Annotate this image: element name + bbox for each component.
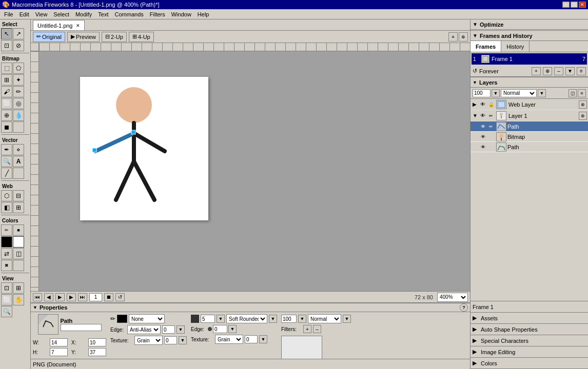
scale-tool[interactable]: ⊡: [1, 40, 12, 51]
blend-select[interactable]: Normal Multiply Screen: [308, 314, 341, 323]
fill-texture-select[interactable]: Grain None: [215, 335, 243, 344]
vector-extra[interactable]: [13, 168, 24, 179]
layer1-extra[interactable]: ⊕: [579, 112, 587, 120]
fill-texture-toggle[interactable]: ▼: [259, 335, 267, 343]
maximize-button[interactable]: □: [571, 2, 578, 8]
properties-collapse-arrow[interactable]: ▼: [33, 305, 37, 310]
slice-tool[interactable]: ⊟: [13, 190, 24, 201]
bitmap-obj-item[interactable]: 👁 Bitmap: [471, 132, 588, 142]
frame-number-input[interactable]: [89, 293, 102, 301]
w-input[interactable]: 14: [50, 338, 68, 346]
4up-view-btn[interactable]: ⊞ 4-Up: [129, 32, 154, 42]
stroke-style-select[interactable]: Soft Rounded Hard Line: [226, 314, 267, 323]
view-opt-2[interactable]: ⊕: [459, 32, 468, 42]
image-editing-section[interactable]: ▶ Image Editing: [471, 346, 588, 358]
menu-view[interactable]: View: [32, 10, 51, 18]
h-input[interactable]: 7: [50, 348, 68, 356]
background-swatch[interactable]: [13, 236, 24, 248]
add-mask-btn[interactable]: ◫: [569, 89, 577, 97]
foreground-swatch[interactable]: [1, 236, 12, 248]
texture-toggle[interactable]: ▼: [179, 336, 187, 344]
edge-toggle[interactable]: ▼: [177, 325, 185, 334]
stop-btn[interactable]: ⏹: [104, 293, 113, 301]
properties-help-btn[interactable]: ?: [460, 303, 468, 312]
rubber-stamp-tool[interactable]: ⊕: [1, 110, 12, 121]
blur-tool[interactable]: ◎: [13, 98, 24, 109]
default-colors-tool[interactable]: ◫: [13, 248, 24, 259]
skew-tool[interactable]: ⊘: [13, 40, 24, 51]
web-extra[interactable]: ⊞: [13, 202, 24, 213]
path-visibility-icon[interactable]: 👁: [479, 122, 487, 131]
full-screen-no-menu-tool[interactable]: ⬜: [1, 294, 12, 305]
doc-tab-close[interactable]: ✕: [76, 23, 80, 28]
color-extra[interactable]: [13, 260, 24, 271]
layers-header[interactable]: ▼ Layers: [471, 77, 588, 88]
original-view-btn[interactable]: ✏ Original: [33, 32, 65, 42]
zoom-view-tool[interactable]: 🔍: [1, 306, 12, 317]
menu-edit[interactable]: Edit: [16, 10, 32, 18]
object-name-input[interactable]: [61, 324, 102, 331]
add-filter-btn[interactable]: +: [303, 325, 311, 333]
web-layer-lock-icon[interactable]: 🔒: [487, 100, 495, 109]
layer1-visibility-icon[interactable]: 👁: [479, 112, 487, 120]
pointer-tool[interactable]: ↖: [1, 28, 12, 39]
hotspot-tool[interactable]: ⬡: [1, 190, 12, 201]
subselect-tool[interactable]: ↗: [13, 28, 24, 39]
y-input[interactable]: 37: [88, 348, 106, 356]
frames-tab[interactable]: Frames: [471, 41, 501, 52]
edge-value-input[interactable]: [162, 325, 175, 334]
pen-tool[interactable]: ✒: [1, 144, 12, 155]
bitmap-visibility-icon[interactable]: 👁: [479, 133, 487, 141]
texture-amount-input[interactable]: [164, 336, 177, 344]
frame-item[interactable]: 1 Frame 1 7: [472, 53, 587, 65]
view-opt-1[interactable]: ≡: [448, 32, 458, 42]
layer-options-btn[interactable]: ≡: [578, 89, 586, 97]
canvas-scroll-area[interactable]: [39, 51, 470, 291]
magic-wand-tool[interactable]: ✦: [13, 74, 24, 86]
prev-frame-btn[interactable]: ◀: [44, 293, 53, 301]
opacity-toggle[interactable]: ▼: [298, 315, 306, 323]
fill-color-tool[interactable]: ■: [13, 224, 24, 236]
frame-options-btn[interactable]: ≡: [577, 67, 586, 75]
play-btn[interactable]: ▶: [55, 293, 65, 301]
path-obj-item[interactable]: 👁 ✏ Path: [471, 121, 588, 132]
stroke-type-select[interactable]: None Basic: [129, 314, 165, 323]
paint-bucket-tool[interactable]: ◼: [1, 121, 12, 133]
marquee-tool[interactable]: ⬚: [1, 63, 12, 74]
fill-texture-amount[interactable]: [245, 335, 258, 343]
vector-shape-tool[interactable]: ⋄: [13, 144, 24, 155]
web-layer-visibility-icon[interactable]: 👁: [479, 100, 487, 109]
layer1-item[interactable]: ▼ 👁 ✏ Layer 1 ⊕: [471, 110, 588, 121]
zoom-select[interactable]: 400% 200% 100% 50%: [437, 293, 468, 302]
hand-tool[interactable]: ✋: [13, 294, 24, 305]
text-tool[interactable]: A: [13, 156, 24, 167]
layer-blend-select[interactable]: Normal Multiply: [501, 89, 537, 97]
frame-add-btn[interactable]: +: [532, 67, 541, 75]
edge-select[interactable]: Anti-Alias Hard No Anti-Alias: [127, 325, 161, 334]
menu-window[interactable]: Window: [168, 10, 194, 18]
menu-filters[interactable]: Filters: [147, 10, 168, 18]
eyedropper-tool[interactable]: 💧: [13, 110, 24, 121]
standard-screen-tool[interactable]: ⊡: [1, 282, 12, 294]
eraser-tool[interactable]: ⬜: [1, 98, 12, 109]
stroke-style-toggle[interactable]: ▼: [269, 315, 277, 323]
zoom-tool[interactable]: 🔍: [1, 156, 12, 167]
frame-del-btn[interactable]: –: [554, 67, 563, 75]
menu-modify[interactable]: Modify: [72, 10, 95, 18]
stroke-size-toggle[interactable]: ▼: [217, 315, 225, 323]
stroke-size-input[interactable]: [201, 315, 215, 323]
crop-tool[interactable]: ⊞: [1, 74, 12, 86]
stroke-color-swatch[interactable]: [117, 315, 127, 323]
optimize-header[interactable]: ▼ Optimize: [471, 19, 588, 30]
opacity-dropdown-btn[interactable]: ▼: [492, 89, 500, 97]
remove-filter-btn[interactable]: –: [313, 325, 321, 333]
auto-shape-section[interactable]: ▶ Auto Shape Properties: [471, 324, 588, 335]
line-tool[interactable]: ╱: [1, 168, 12, 179]
full-screen-tool[interactable]: ⊞: [13, 282, 24, 294]
loop-btn[interactable]: ↺: [115, 293, 125, 301]
menu-text[interactable]: Text: [95, 10, 111, 18]
preview-view-btn[interactable]: ▶ Preview: [67, 32, 100, 42]
fill-edge-input[interactable]: [213, 325, 227, 333]
texture-select[interactable]: Grain None: [134, 336, 163, 345]
fill-edge-toggle[interactable]: ▼: [228, 325, 237, 333]
